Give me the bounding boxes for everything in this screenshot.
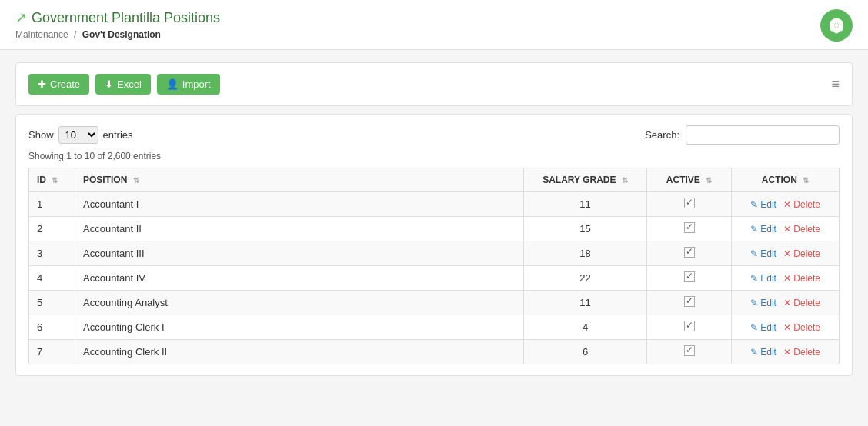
cell-position: Accountant IV xyxy=(75,266,524,291)
col-salary-grade[interactable]: SALARY GRADE ⇅ xyxy=(524,168,647,192)
cell-id: 5 xyxy=(29,291,75,315)
sort-icon-id: ⇅ xyxy=(52,176,58,185)
table-controls: Show 10 25 50 100 entries Search: xyxy=(28,125,840,145)
cell-action: ✎ Edit ✕ Delete xyxy=(732,241,840,266)
search-label: Search: xyxy=(645,129,679,141)
entries-count: Showing 1 to 10 of 2,600 entries xyxy=(28,151,840,161)
delete-link[interactable]: ✕ Delete xyxy=(783,322,820,333)
cell-salary-grade: 15 xyxy=(524,217,647,241)
menu-icon[interactable]: ≡ xyxy=(831,76,840,92)
avatar-button[interactable] xyxy=(820,9,853,42)
sort-icon-action: ⇅ xyxy=(803,176,809,185)
cell-active xyxy=(647,291,732,315)
cell-position: Accountant I xyxy=(75,192,524,217)
cell-active xyxy=(647,266,732,291)
col-id[interactable]: ID ⇅ xyxy=(29,168,75,192)
cell-position: Accountant II xyxy=(75,217,524,241)
sort-icon-active: ⇅ xyxy=(706,176,712,185)
col-active[interactable]: ACTIVE ⇅ xyxy=(647,168,732,192)
delete-link[interactable]: ✕ Delete xyxy=(783,347,820,358)
sort-icon-position: ⇅ xyxy=(133,176,139,185)
action-separator xyxy=(777,274,780,283)
import-icon: 👤 xyxy=(166,78,179,90)
cell-active xyxy=(647,241,732,266)
delete-link[interactable]: ✕ Delete xyxy=(783,199,820,210)
create-button[interactable]: ✚ Create xyxy=(28,74,89,95)
table-row: 2Accountant II15✎ Edit ✕ Delete xyxy=(29,217,840,241)
main-content: ✚ Create ⬇ Excel 👤 Import ≡ Show 10 25 5… xyxy=(0,50,868,388)
edit-link[interactable]: ✎ Edit xyxy=(750,248,776,259)
edit-link[interactable]: ✎ Edit xyxy=(750,322,776,333)
entries-label: entries xyxy=(103,129,133,141)
table-header: ID ⇅ POSITION ⇅ SALARY GRADE ⇅ ACTIVE ⇅ … xyxy=(29,168,840,192)
excel-icon: ⬇ xyxy=(105,78,113,90)
edit-link[interactable]: ✎ Edit xyxy=(750,224,776,235)
cell-active xyxy=(647,340,732,364)
data-table: ID ⇅ POSITION ⇅ SALARY GRADE ⇅ ACTIVE ⇅ … xyxy=(28,168,840,364)
action-separator xyxy=(777,225,780,234)
create-icon: ✚ xyxy=(38,78,46,90)
table-row: 5Accounting Analyst11✎ Edit ✕ Delete xyxy=(29,291,840,315)
cell-id: 6 xyxy=(29,315,75,340)
cell-id: 7 xyxy=(29,340,75,364)
search-area: Search: xyxy=(645,125,840,145)
cell-salary-grade: 4 xyxy=(524,315,647,340)
active-checkbox xyxy=(684,198,695,208)
plugin-icon xyxy=(828,17,845,34)
edit-link[interactable]: ✎ Edit xyxy=(750,273,776,284)
cell-id: 1 xyxy=(29,192,75,217)
header-title-area: ↗ Government Plantilla Positions Mainten… xyxy=(15,9,220,40)
cell-position: Accounting Clerk I xyxy=(75,315,524,340)
cell-position: Accounting Clerk II xyxy=(75,340,524,364)
show-label: Show xyxy=(28,129,54,141)
table-row: 1Accountant I11✎ Edit ✕ Delete xyxy=(29,192,840,217)
table-row: 3Accountant III18✎ Edit ✕ Delete xyxy=(29,241,840,266)
cell-action: ✎ Edit ✕ Delete xyxy=(732,217,840,241)
breadcrumb-current: Gov't Designation xyxy=(82,29,161,40)
excel-button[interactable]: ⬇ Excel xyxy=(95,74,151,95)
cell-salary-grade: 18 xyxy=(524,241,647,266)
entries-select[interactable]: 10 25 50 100 xyxy=(58,126,98,144)
cell-active xyxy=(647,315,732,340)
cell-action: ✎ Edit ✕ Delete xyxy=(732,340,840,364)
delete-link[interactable]: ✕ Delete xyxy=(783,298,820,308)
chart-icon: ↗ xyxy=(15,9,27,26)
cell-id: 2 xyxy=(29,217,75,241)
import-button[interactable]: 👤 Import xyxy=(157,74,220,95)
edit-link[interactable]: ✎ Edit xyxy=(750,199,776,210)
cell-salary-grade: 11 xyxy=(524,291,647,315)
breadcrumb-parent[interactable]: Maintenance xyxy=(15,29,68,40)
active-checkbox xyxy=(684,321,695,331)
delete-link[interactable]: ✕ Delete xyxy=(783,248,820,259)
action-separator xyxy=(777,348,780,357)
active-checkbox xyxy=(684,296,695,307)
table-row: 4Accountant IV22✎ Edit ✕ Delete xyxy=(29,266,840,291)
cell-position: Accounting Analyst xyxy=(75,291,524,315)
cell-position: Accountant III xyxy=(75,241,524,266)
show-entries: Show 10 25 50 100 entries xyxy=(28,126,133,144)
cell-id: 4 xyxy=(29,266,75,291)
col-position[interactable]: POSITION ⇅ xyxy=(75,168,524,192)
cell-active xyxy=(647,192,732,217)
page-title: ↗ Government Plantilla Positions xyxy=(15,9,220,26)
delete-link[interactable]: ✕ Delete xyxy=(783,224,820,235)
action-separator xyxy=(777,200,780,209)
active-checkbox xyxy=(684,271,695,282)
edit-link[interactable]: ✎ Edit xyxy=(750,347,776,358)
col-action[interactable]: ACTION ⇅ xyxy=(732,168,840,192)
cell-salary-grade: 11 xyxy=(524,192,647,217)
table-row: 7Accounting Clerk II6✎ Edit ✕ Delete xyxy=(29,340,840,364)
cell-action: ✎ Edit ✕ Delete xyxy=(732,315,840,340)
excel-label: Excel xyxy=(117,78,142,90)
search-input[interactable] xyxy=(686,125,840,145)
action-separator xyxy=(777,323,780,332)
delete-link[interactable]: ✕ Delete xyxy=(783,273,820,284)
sort-icon-salary: ⇅ xyxy=(622,176,628,185)
table-row: 6Accounting Clerk I4✎ Edit ✕ Delete xyxy=(29,315,840,340)
import-label: Import xyxy=(182,78,211,90)
action-separator xyxy=(777,298,780,308)
page-title-text: Government Plantilla Positions xyxy=(32,10,220,26)
cell-salary-grade: 6 xyxy=(524,340,647,364)
edit-link[interactable]: ✎ Edit xyxy=(750,298,776,308)
action-separator xyxy=(777,249,780,258)
